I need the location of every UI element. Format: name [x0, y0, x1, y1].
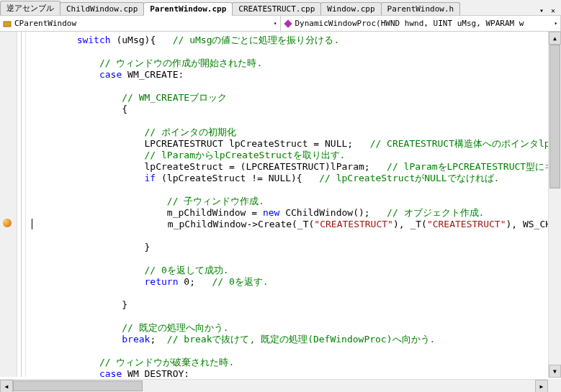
svg-rect-1 — [284, 19, 292, 27]
code-line — [32, 115, 561, 127]
code-line: case WM_DESTROY: — [32, 368, 561, 377]
scroll-thumb-h[interactable] — [13, 380, 143, 391]
tab-disassembly[interactable]: 逆アセンブル — [0, 1, 60, 15]
code-line: break; // breakで抜けて, 既定の処理(DefWindowProc… — [32, 334, 561, 345]
member-dropdown-label: DynamicWindowProc(HWND hwnd, UINT uMsg, … — [295, 19, 524, 28]
fold-bar[interactable] — [17, 32, 26, 377]
gutter[interactable] — [0, 32, 17, 377]
fold-line — [21, 32, 22, 377]
code-line: // ウィンドウの作成が開始された時. — [32, 58, 561, 69]
method-icon — [284, 19, 292, 28]
tab-window-cpp[interactable]: Window.cpp — [320, 2, 381, 15]
code-line — [32, 311, 561, 322]
code-line: return 0; // 0を返す. — [32, 276, 561, 288]
code-line — [32, 345, 561, 357]
code-line: } — [32, 242, 561, 253]
scroll-left-icon[interactable]: ◀ — [0, 380, 13, 392]
class-dropdown[interactable]: CParentWindow ▾ — [0, 16, 281, 31]
code-line: // 既定の処理へ向かう. — [32, 322, 561, 334]
code-line: // WM_CREATEブロック — [32, 92, 561, 104]
code-line: switch (uMsg){ // uMsgの値ごとに処理を振り分ける. — [32, 35, 561, 46]
code-line: if (lpCreateStruct != NULL){ // lpCreate… — [32, 173, 561, 184]
code-line: // 子ウィンドウ作成. — [32, 196, 561, 207]
chevron-down-icon: ▾ — [554, 20, 557, 27]
tab-parentwindow-cpp[interactable]: ParentWindow.cpp — [143, 2, 233, 16]
code-line: m_pChildWindow->Create(_T("CREATESTRUCT"… — [32, 219, 561, 230]
tab-childwindow-cpp[interactable]: ChildWindow.cpp — [60, 2, 144, 15]
code-line: // ポインタの初期化 — [32, 127, 561, 138]
code-line: // 0を返して成功. — [32, 265, 561, 276]
code-area[interactable]: switch (uMsg){ // uMsgの値ごとに処理を振り分ける. // … — [26, 32, 561, 377]
code-line: } — [32, 299, 561, 311]
code-line: // ウィンドウが破棄された時. — [32, 357, 561, 368]
file-tabs: 逆アセンブル ChildWindow.cpp ParentWindow.cpp … — [0, 0, 561, 16]
code-line: lpCreateStruct = (LPCREATESTRUCT)lParam;… — [32, 161, 561, 173]
code-line: // lParamからlpCreateStructを取り出す. — [32, 150, 561, 161]
scroll-up-icon[interactable]: ▲ — [549, 32, 561, 45]
close-icon[interactable]: ✕ — [548, 5, 558, 15]
chevron-down-icon: ▾ — [274, 20, 277, 27]
vertical-scrollbar[interactable]: ▲ ▼ — [548, 32, 561, 378]
svg-rect-0 — [4, 22, 11, 27]
code-line — [32, 184, 561, 196]
tab-parentwindow-h[interactable]: ParentWindow.h — [381, 2, 461, 15]
tab-createstruct-cpp[interactable]: CREATESTRUCT.cpp — [232, 2, 321, 15]
code-line — [32, 81, 561, 92]
code-line — [32, 230, 561, 242]
code-line: m_pChildWindow = new CChildWindow(); // … — [32, 207, 561, 219]
tab-menu-icon[interactable]: ▾ — [537, 5, 547, 15]
breakpoint-marker[interactable] — [3, 219, 12, 227]
tab-controls: ▾ ✕ — [537, 5, 561, 15]
scroll-corner — [548, 379, 561, 392]
code-line — [32, 46, 561, 58]
code-line — [32, 288, 561, 299]
code-line: case WM_CREATE: — [32, 69, 561, 81]
scroll-thumb-v[interactable] — [549, 45, 560, 188]
class-dropdown-label: CParentWindow — [14, 19, 76, 28]
nav-dropdowns: CParentWindow ▾ DynamicWindowProc(HWND h… — [0, 16, 561, 32]
horizontal-scrollbar[interactable]: ◀ ▶ — [0, 379, 548, 392]
code-line: LPCREATESTRUCT lpCreateStruct = NULL; //… — [32, 138, 561, 150]
member-dropdown[interactable]: DynamicWindowProc(HWND hwnd, UINT uMsg, … — [281, 16, 562, 31]
scroll-down-icon[interactable]: ▼ — [549, 365, 561, 378]
editor: switch (uMsg){ // uMsgの値ごとに処理を振り分ける. // … — [0, 32, 561, 377]
scroll-right-icon[interactable]: ▶ — [535, 380, 548, 392]
class-icon — [3, 19, 12, 28]
code-line: { — [32, 104, 561, 115]
code-line — [32, 253, 561, 265]
